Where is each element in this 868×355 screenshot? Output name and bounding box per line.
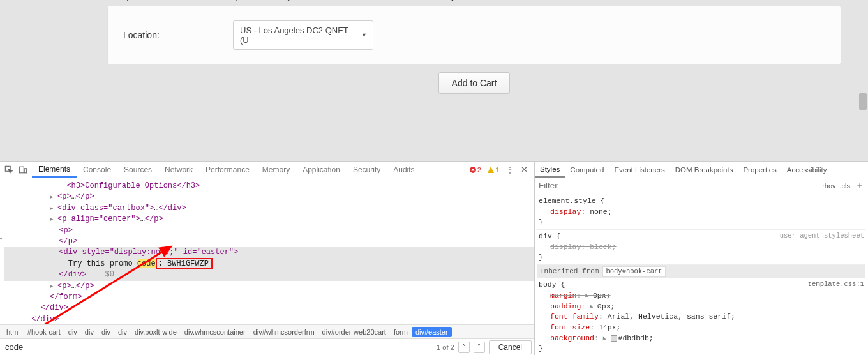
tab-memory[interactable]: Memory (256, 162, 296, 178)
find-bar: 1 of 2 ˄ ˅ Cancel (0, 338, 534, 355)
crumb-orderfrm[interactable]: div#whmcsorderfrm (250, 327, 318, 337)
tab-console[interactable]: Console (77, 162, 117, 178)
error-count[interactable]: 2 (470, 166, 481, 174)
styles-filter-input[interactable] (539, 181, 819, 190)
tab-accessibility[interactable]: Accessibility (782, 162, 832, 178)
scrollbar[interactable] (859, 93, 867, 110)
warning-count[interactable]: 1 (488, 166, 499, 174)
inspect-icon[interactable] (4, 165, 14, 175)
crumb-hook-cart[interactable]: #hook-cart (24, 327, 64, 337)
find-input[interactable] (3, 341, 433, 353)
device-toggle-icon[interactable] (18, 165, 28, 175)
tab-performance[interactable]: Performance (199, 162, 256, 178)
gutter-icon: ⋯ (0, 234, 3, 245)
svg-rect-1 (19, 167, 24, 173)
close-icon[interactable]: ✕ (521, 165, 528, 174)
crumb-div[interactable]: div (81, 327, 98, 337)
tab-security[interactable]: Security (347, 162, 387, 178)
css-source-link[interactable]: template.css:1 (808, 280, 864, 289)
add-to-cart-button[interactable]: Add to Cart (438, 72, 511, 94)
intro-text: This product/service has some options wh… (107, 0, 841, 2)
tab-network[interactable]: Network (158, 162, 199, 178)
inherited-chip[interactable]: body#hook-cart (602, 266, 665, 277)
svg-rect-2 (24, 168, 27, 172)
styles-body[interactable]: element.style { display: none; } user ag… (535, 193, 868, 355)
crumb-html[interactable]: html (3, 327, 24, 337)
highlighted-match: code (137, 259, 156, 268)
tab-audits[interactable]: Audits (387, 162, 421, 178)
crumb-easter[interactable]: div#easter (412, 327, 452, 337)
ua-note: user agent stylesheet (780, 231, 864, 241)
styles-tabs: Styles Computed Event Listeners DOM Brea… (535, 162, 868, 178)
crumb-whmcscontainer[interactable]: div.whmcscontainer (181, 327, 250, 337)
crumb-div[interactable]: div (64, 327, 81, 337)
add-rule-button[interactable]: ＋ (855, 180, 864, 192)
color-swatch-icon[interactable] (611, 335, 617, 342)
crumb-div[interactable]: div (114, 327, 131, 337)
options-card: Location: US - Los Angeles DC2 QNET (U ▼ (107, 6, 841, 64)
location-label: Location: (123, 30, 233, 40)
find-prev-button[interactable]: ˄ (458, 342, 470, 353)
crumb-boxlt[interactable]: div.boxlt-wide (131, 327, 181, 337)
hov-toggle[interactable]: :hov (823, 182, 836, 190)
tab-application[interactable]: Application (296, 162, 347, 178)
tab-event-listeners[interactable]: Event Listeners (609, 162, 670, 178)
find-cancel-button[interactable]: Cancel (489, 340, 532, 354)
location-select[interactable]: US - Los Angeles DC2 QNET (U (233, 20, 373, 50)
crumb-order-web20cart[interactable]: div#order-web20cart (318, 327, 390, 337)
tab-elements[interactable]: Elements (32, 162, 77, 178)
devtools-panel: Elements Console Sources Network Perform… (0, 161, 868, 355)
tab-dom-breakpoints[interactable]: DOM Breakpoints (670, 162, 738, 178)
find-next-button[interactable]: ˅ (474, 342, 485, 353)
cls-toggle[interactable]: .cls (840, 182, 851, 190)
tab-sources[interactable]: Sources (117, 162, 158, 178)
tab-computed[interactable]: Computed (565, 162, 609, 178)
devtools-tabs: Elements Console Sources Network Perform… (0, 162, 534, 178)
promo-code-highlight: : BWH1GFWZP (156, 258, 213, 269)
crumb-div[interactable]: div (98, 327, 114, 337)
breadcrumb: html #hook-cart div div div div div.boxl… (0, 324, 534, 338)
inherited-bar: Inherited from body#hook-cart (537, 265, 865, 278)
dom-tree[interactable]: ⋯ <h3>Configurable Options</h3> ▶<p>…</p… (0, 178, 534, 324)
more-icon[interactable]: ⋮ (505, 165, 514, 175)
tab-properties[interactable]: Properties (738, 162, 781, 178)
crumb-form[interactable]: form (390, 327, 412, 337)
find-count: 1 of 2 (437, 344, 454, 351)
tab-styles[interactable]: Styles (535, 162, 565, 178)
